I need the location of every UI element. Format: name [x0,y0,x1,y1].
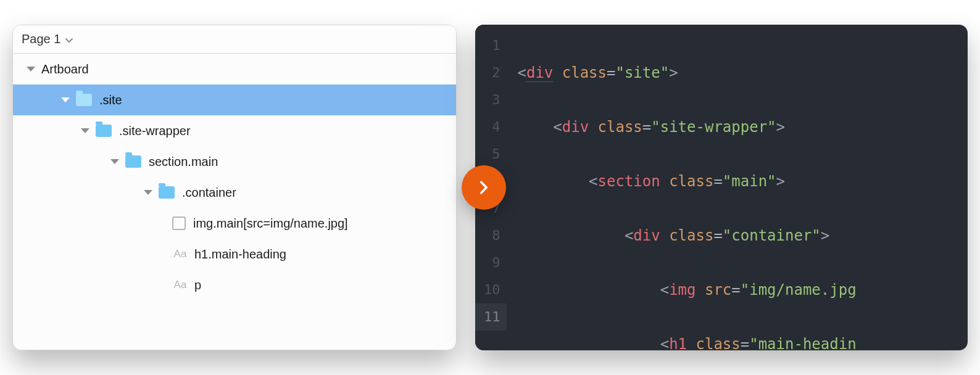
folder-icon [159,186,175,199]
disclosure-icon[interactable] [110,159,119,164]
disclosure-icon[interactable] [27,67,35,72]
disclosure-icon[interactable] [61,97,70,102]
text-layer-icon: Aa [172,248,188,260]
image-layer-icon [172,216,186,230]
tree-label: Artboard [41,62,89,76]
tree-label: .site-wrapper [119,124,191,138]
tree-row-h1[interactable]: Aa h1.main-heading [13,239,456,270]
convert-arrow-button[interactable] [462,165,506,210]
tree-row-site[interactable]: .site [13,84,456,115]
tree-label: section.main [149,155,218,169]
disclosure-icon[interactable] [144,190,152,195]
page-label: Page 1 [22,32,60,46]
folder-icon [76,94,92,106]
text-layer-icon: Aa [172,279,188,291]
chevron-right-icon [476,179,492,196]
tree-label: .container [182,186,236,200]
tree-row-p[interactable]: Aa p [13,270,456,300]
folder-icon [125,155,141,168]
disclosure-icon[interactable] [81,128,89,133]
layers-tree: Artboard .site .site-wrapper section.mai… [13,54,456,350]
code-content[interactable]: <div class="site"> <div class="site-wrap… [507,25,968,350]
tree-label: h1.main-heading [194,247,286,262]
tree-row-section-main[interactable]: section.main [13,146,456,177]
chevron-down-icon [65,32,73,46]
tree-row-container[interactable]: .container [13,177,456,208]
tree-label: p [194,278,201,292]
tree-row-img[interactable]: img.main[src=img/name.jpg] [13,208,456,239]
layers-panel: Page 1 Artboard .site .site-wrapper [12,25,457,350]
tree-row-artboard[interactable]: Artboard [13,54,456,84]
code-editor[interactable]: 1 2 3 4 5 6 7 8 9 10 11 <div class="site… [475,25,968,350]
page-selector[interactable]: Page 1 [13,25,456,54]
tree-label: .site [99,93,122,107]
folder-icon [96,125,112,137]
tree-row-site-wrapper[interactable]: .site-wrapper [13,115,456,146]
tree-label: img.main[src=img/name.jpg] [193,216,348,231]
